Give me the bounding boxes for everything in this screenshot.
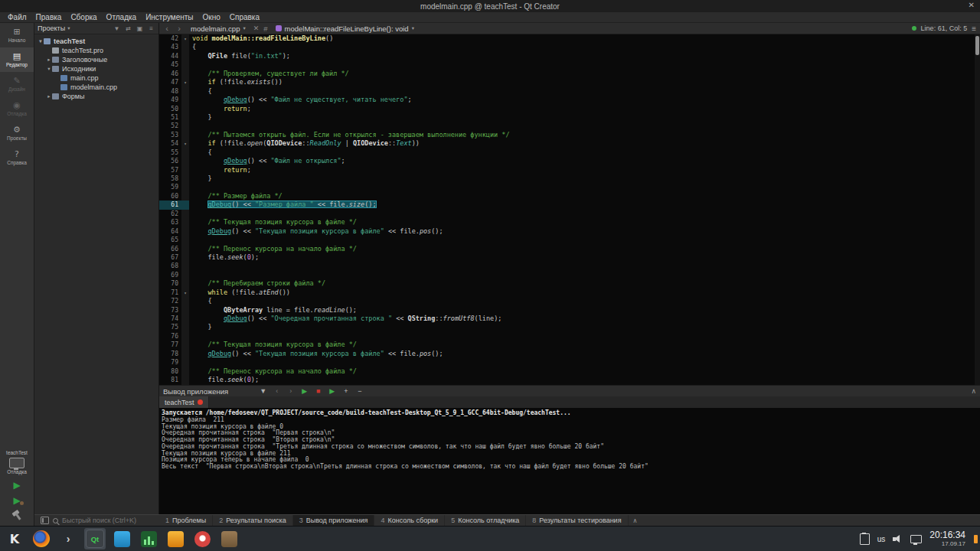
code-line[interactable]: 53 /** Пытаемся открыть файл. Если не от… (159, 131, 980, 139)
kit-selector[interactable]: teachTest Отладка (0, 450, 34, 474)
code-line[interactable]: 65 (159, 236, 980, 244)
app-red[interactable] (191, 528, 213, 549)
panel-menu-icon[interactable]: ≡ (147, 25, 155, 32)
code-line[interactable]: 68 (159, 262, 980, 270)
next-item-icon[interactable]: › (286, 387, 296, 395)
editor-menu-icon[interactable]: ≡ (972, 24, 976, 33)
prev-item-icon[interactable]: ‹ (272, 387, 282, 395)
close-document-icon[interactable]: ✕ (253, 24, 260, 32)
code-line[interactable]: 77 /** Текущая позиция курсора в файле *… (159, 341, 980, 349)
run-icon[interactable]: ▶ (299, 387, 309, 395)
run-debug-icon[interactable]: ▶ (327, 387, 337, 395)
code-line[interactable]: 80 /** Перенос курсора на начало файла *… (159, 367, 980, 376)
code-line[interactable]: 44 QFile file("in.txt"); (159, 52, 980, 60)
code-editor[interactable]: 42▾void modelMain::readFileLineByLine()4… (159, 34, 980, 385)
split-icon[interactable]: ▣ (136, 25, 144, 32)
code-line[interactable]: 79 (159, 358, 980, 367)
sync-icon[interactable]: ⇄ (124, 25, 132, 32)
code-line[interactable]: 45 (159, 60, 980, 69)
code-line[interactable]: 81 file.seek(0); (159, 376, 980, 384)
code-line[interactable]: 69 (159, 271, 980, 279)
filter-icon[interactable]: ▼ (113, 25, 121, 32)
mode-edit[interactable]: ▤Редактор (0, 47, 34, 72)
menu-item[interactable]: Отладка (102, 12, 142, 22)
tree-item[interactable]: ▸Формы (34, 92, 158, 101)
pane-button-8[interactable]: 8Результаты тестирования (526, 515, 628, 526)
pane-button-5[interactable]: 5Консоль отладчика (445, 515, 526, 526)
code-line[interactable]: 63 /** Текущая позиция курсора в файле *… (159, 218, 980, 227)
code-line[interactable]: 52 (159, 122, 980, 130)
code-line[interactable]: 71▾ while (!file.atEnd()) (159, 289, 980, 297)
code-line[interactable]: 75 } (159, 323, 980, 331)
panel-handle[interactable] (974, 535, 978, 543)
mode-projects[interactable]: ⚙Проекты (0, 121, 34, 145)
mode-design[interactable]: ✎Дизайн (0, 72, 34, 96)
fold-marker[interactable]: ▾ (181, 34, 189, 43)
code-line[interactable]: 64 qDebug() << "Текущая позиция курсора … (159, 227, 980, 236)
code-line[interactable]: 54▾ if (!file.open(QIODevice::ReadOnly |… (159, 139, 980, 148)
code-line[interactable]: 46 /** Проверяем, существует ли файл */ (159, 70, 980, 78)
app-brown[interactable] (218, 528, 240, 549)
code-line[interactable]: 66 /** Перенос курсора на начало файла *… (159, 245, 980, 253)
app-orange[interactable] (165, 528, 186, 549)
code-line[interactable]: 67 file.seek(0); (159, 253, 980, 262)
display-network-icon[interactable] (910, 535, 922, 543)
pane-button-2[interactable]: 2Результаты поиска (213, 515, 292, 526)
code-line[interactable]: 61 qDebug() << "Размер файла " << file.s… (159, 201, 980, 209)
menu-item[interactable]: Инструменты (141, 12, 198, 22)
locator-search-input[interactable]: Быстрый поиск (Ctrl+K) (62, 517, 136, 524)
menu-item[interactable]: Справка (225, 12, 264, 22)
fold-marker[interactable]: ▾ (181, 289, 189, 297)
open-file-dropdown[interactable]: modelmain.cpp ▾ (188, 24, 249, 34)
symbol-dropdown[interactable]: modelMain::readFileLineByLine(): void ▾ (273, 24, 417, 34)
tree-item[interactable]: teachTest.pro (34, 46, 158, 55)
mode-debug[interactable]: ◉Отладка (0, 96, 34, 121)
code-line[interactable]: 58 } (159, 174, 980, 183)
volume-icon[interactable] (893, 534, 903, 543)
tree-item[interactable]: modelmain.cpp (34, 83, 158, 92)
code-line[interactable]: 74 qDebug() << "Очередная прочитанная ст… (159, 315, 980, 323)
run-button[interactable]: ▶ (0, 478, 34, 493)
projects-pane-selector[interactable]: Проекты (38, 24, 65, 32)
fold-marker[interactable]: ▾ (181, 78, 189, 86)
application-output-console[interactable]: Запускается /home/fedoseev/QT_PROJECT/so… (159, 408, 980, 514)
code-line[interactable]: 48 { (159, 87, 980, 96)
tree-item[interactable]: ▾teachTest (34, 37, 158, 46)
code-line[interactable]: 60 /** Размер файла */ (159, 192, 980, 201)
code-line[interactable]: 78 qDebug() << "Текущая позиция курсора … (159, 350, 980, 358)
code-line[interactable]: 47▾ if (!file.exists()) (159, 78, 980, 86)
nav-back-icon[interactable]: ‹ (163, 24, 171, 33)
add-output-icon[interactable]: + (341, 387, 351, 395)
nav-forward-icon[interactable]: › (175, 24, 183, 33)
editor-scrollbar[interactable] (975, 34, 980, 385)
code-line[interactable]: 73 QByteArray line = file.readLine(); (159, 306, 980, 315)
filter-icon[interactable]: ▼ (258, 387, 268, 395)
menu-item[interactable]: Правка (31, 12, 67, 22)
mode-help[interactable]: ?Справка (0, 145, 34, 170)
code-line[interactable]: 70 /** Перебираем строки файла */ (159, 279, 980, 288)
code-line[interactable]: 57 return; (159, 166, 980, 174)
expand-output-icon[interactable]: ∧ (633, 517, 638, 524)
code-line[interactable]: 49 qDebug() << "Файл не существует, чита… (159, 96, 980, 104)
system-monitor[interactable] (138, 528, 159, 549)
clock-widget[interactable]: 20:16:34 17.09.17 (929, 530, 965, 547)
code-line[interactable]: 43{ (159, 43, 980, 51)
fold-marker[interactable]: ▾ (181, 139, 189, 148)
tree-item[interactable]: ▸Заголовочные (34, 55, 158, 64)
clipboard-icon[interactable] (860, 533, 870, 545)
output-tab-teachtest[interactable]: teachTest (159, 396, 209, 408)
keyboard-layout-indicator[interactable]: us (877, 535, 886, 543)
code-line[interactable]: 56 qDebug() << "Файл не открылся"; (159, 157, 980, 165)
pane-button-4[interactable]: 4Консоль сборки (374, 515, 445, 526)
tree-item[interactable]: ▾Исходники (34, 64, 158, 73)
hash-icon[interactable]: # (263, 24, 267, 33)
remove-output-icon[interactable]: − (354, 387, 364, 395)
pane-button-1[interactable]: 1Проблемы (159, 515, 213, 526)
app-blue[interactable] (111, 528, 132, 549)
menu-item[interactable]: Окно (198, 12, 225, 22)
tree-item[interactable]: main.cpp (34, 73, 158, 83)
code-line[interactable]: 59 (159, 183, 980, 191)
pane-button-3[interactable]: 3Вывод приложения (293, 515, 375, 526)
stop-icon[interactable]: ■ (313, 387, 323, 395)
code-line[interactable]: 51 } (159, 113, 980, 122)
